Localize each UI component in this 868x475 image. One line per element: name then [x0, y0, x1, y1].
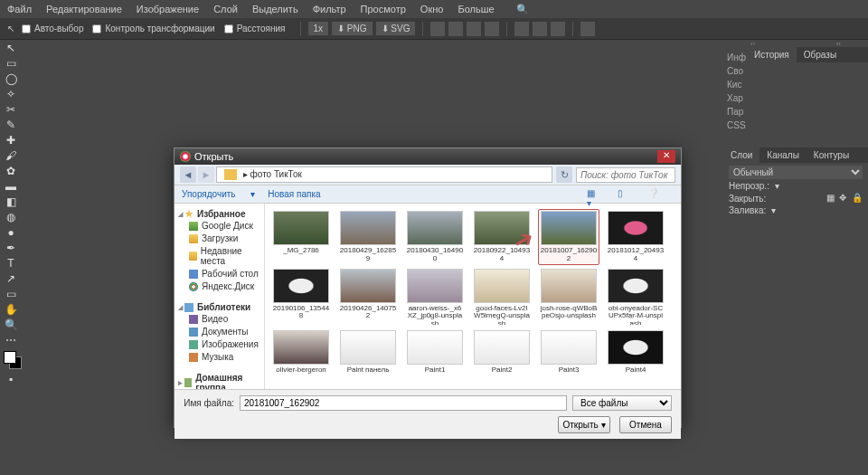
move-tool[interactable]: ↖	[2, 40, 20, 55]
sidebar-homegroup[interactable]: Домашняя группа	[178, 373, 262, 389]
menu-more[interactable]: Больше	[458, 4, 494, 14]
path-tool[interactable]: ↗	[2, 271, 20, 286]
file-item[interactable]: Paint2	[471, 328, 533, 376]
shape-tool[interactable]: ▭	[2, 286, 20, 301]
file-item[interactable]: 20181007_162902	[538, 209, 599, 265]
opacity-slider[interactable]: ▾	[775, 181, 863, 191]
filetype-select[interactable]: Все файлы	[572, 395, 672, 411]
new-folder-button[interactable]: Новая папка	[268, 189, 320, 199]
type-tool[interactable]: T	[2, 255, 20, 271]
panel-handle-right[interactable]: ›‹	[836, 40, 841, 47]
sidebar-item-downloads[interactable]: Загрузки	[176, 233, 262, 244]
lock-pixels-icon[interactable]: ▦	[826, 193, 837, 204]
lock-all-icon[interactable]: 🔒	[852, 193, 863, 204]
file-item[interactable]: aaron-weiss-_x6XZ_jp0g8-unsplash	[404, 267, 466, 327]
brush-tool[interactable]: 🖌	[2, 147, 20, 163]
file-item[interactable]: 20180430_164900	[404, 209, 466, 265]
sidebar-item-yandex[interactable]: Яндекс.Диск	[176, 280, 262, 292]
menu-filter[interactable]: Фильтр	[313, 4, 346, 14]
lasso-tool[interactable]: ◯	[2, 71, 20, 86]
sidebar-item-video[interactable]: Видео	[176, 313, 262, 325]
file-item[interactable]: 20180429_162859	[337, 209, 399, 265]
align-center-h-icon[interactable]	[448, 22, 463, 36]
menu-layer[interactable]: Слой	[213, 4, 238, 14]
mini-character[interactable]: Хар	[727, 91, 743, 105]
magic-wand-tool[interactable]: ✧	[2, 86, 20, 101]
color-swatches[interactable]	[4, 351, 20, 367]
transform-controls-toggle[interactable]: Контроль трансформации	[92, 24, 214, 33]
file-item[interactable]: olivier-bergeron	[270, 328, 332, 376]
eyedropper-tool[interactable]: ✎	[2, 117, 20, 132]
sidebar-favorites[interactable]: Избранное	[178, 209, 262, 219]
sidebar-item-gdrive[interactable]: Google Диск	[176, 220, 262, 232]
open-button[interactable]: Открыть ▾	[558, 416, 610, 433]
foreground-color[interactable]	[4, 351, 16, 364]
file-item[interactable]: 20180922_104934	[471, 209, 533, 265]
sidebar-item-documents[interactable]: Документы	[176, 326, 262, 337]
tab-presets[interactable]: Образы	[797, 47, 844, 62]
align-right-icon[interactable]	[467, 22, 481, 36]
clone-tool[interactable]: ✿	[2, 163, 20, 178]
search-icon[interactable]: 🔍	[516, 4, 529, 15]
mini-info[interactable]: Инф	[727, 51, 743, 64]
preview-pane-icon[interactable]: ▯	[618, 188, 630, 201]
auto-select-toggle[interactable]: Авто-выбор	[22, 24, 83, 33]
file-item[interactable]: Paint1	[404, 328, 466, 376]
nav-back-button[interactable]: ◄	[180, 166, 196, 183]
file-item[interactable]: Paint панель	[337, 328, 399, 376]
menu-dots[interactable]: ⋯	[2, 332, 20, 347]
gradient-tool[interactable]: ◧	[2, 194, 20, 209]
align-middle-icon[interactable]	[551, 22, 565, 36]
sidebar-libraries[interactable]: Библиотеки	[178, 302, 262, 312]
mini-swatches[interactable]: Сво	[727, 64, 743, 78]
filename-input[interactable]	[240, 395, 567, 411]
file-item[interactable]: Paint3	[538, 328, 599, 376]
mini-paragraph[interactable]: Пар	[727, 105, 743, 119]
menu-file[interactable]: Файл	[7, 4, 32, 14]
pen-tool[interactable]: ✒	[2, 240, 20, 255]
eraser-tool[interactable]: ▬	[2, 178, 20, 194]
file-item[interactable]: obi-onyeador-SCUPx5far-M-unsplash	[605, 267, 666, 327]
tab-history[interactable]: История	[747, 47, 797, 62]
align-top-icon[interactable]	[485, 22, 499, 36]
dodge-tool[interactable]: ●	[2, 224, 20, 240]
close-button[interactable]: ✕	[657, 150, 675, 163]
healing-tool[interactable]: ✚	[2, 132, 20, 147]
blend-mode-select[interactable]: Обычный	[729, 166, 863, 179]
view-mode-icon[interactable]: ▦ ▾	[587, 188, 599, 201]
file-item[interactable]: Paint4	[605, 328, 666, 376]
mini-brushes[interactable]: Кис	[727, 78, 743, 91]
distribute-h-icon[interactable]	[514, 22, 529, 36]
menu-view[interactable]: Просмотр	[361, 4, 406, 14]
menu-window[interactable]: Окно	[420, 4, 444, 14]
distribute-v-icon[interactable]	[533, 22, 547, 36]
sidebar-item-desktop[interactable]: Рабочий стол	[176, 268, 262, 280]
menu-image[interactable]: Изображение	[137, 4, 199, 14]
menu-edit[interactable]: Редактирование	[46, 4, 122, 14]
search-input[interactable]	[576, 167, 675, 183]
file-item[interactable]: 20181012_204934	[605, 209, 666, 265]
crop-tool[interactable]: ✂	[2, 101, 20, 117]
export-png-button[interactable]: ⬇ PNG	[332, 22, 372, 35]
sidebar-item-images[interactable]: Изображения	[176, 338, 262, 350]
hand-tool[interactable]: ✋	[2, 301, 20, 317]
file-item[interactable]: 20190106_135448	[270, 267, 332, 327]
zoom-tool[interactable]: 🔍	[2, 317, 20, 332]
file-item[interactable]: good-faces-Lv2IW5lmegQ-unsplash	[471, 267, 533, 327]
pixel-ratio-select[interactable]: 1x	[308, 22, 329, 35]
menu-select[interactable]: Выделить	[252, 4, 298, 14]
sidebar-item-recent[interactable]: Недавние места	[176, 245, 262, 267]
quick-mask-toggle[interactable]: ▪	[2, 371, 20, 386]
help-icon[interactable]: ❔	[648, 188, 661, 201]
export-svg-button[interactable]: ⬇ SVG	[376, 22, 416, 35]
sidebar-item-music[interactable]: Музыка	[176, 351, 262, 363]
tab-channels[interactable]: Каналы	[760, 147, 807, 163]
more-align-icon[interactable]	[580, 22, 595, 36]
align-left-icon[interactable]	[430, 22, 445, 36]
marquee-tool[interactable]: ▭	[2, 55, 20, 71]
fill-slider[interactable]: ▾	[771, 205, 863, 215]
tab-layers[interactable]: Слои	[723, 147, 760, 163]
file-item[interactable]: 20190426_140752	[337, 267, 399, 327]
mini-css[interactable]: CSS	[727, 119, 743, 132]
blur-tool[interactable]: ◍	[2, 209, 20, 224]
